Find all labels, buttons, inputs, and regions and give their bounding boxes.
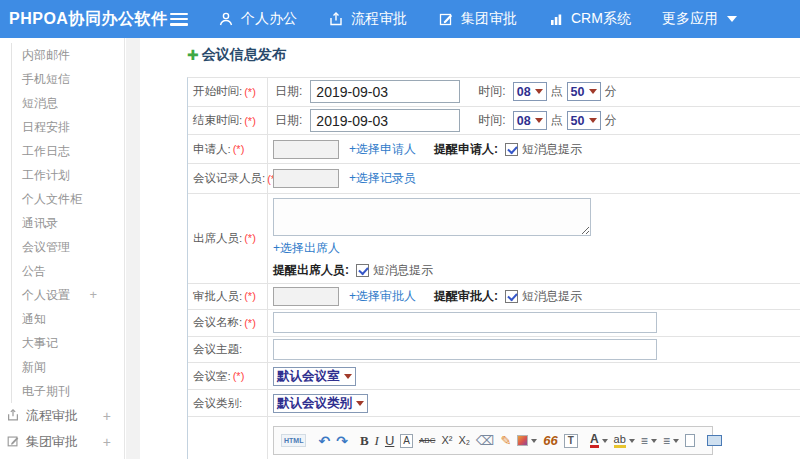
select-arrow-icon xyxy=(589,118,597,123)
color-picker-icon[interactable] xyxy=(517,435,537,446)
start-date-input[interactable] xyxy=(310,80,460,103)
choose-recorder-link[interactable]: +选择记录员 xyxy=(349,170,416,187)
sidebar-item-personal-files[interactable]: 个人文件柜 xyxy=(12,187,124,211)
highlight-color-icon[interactable]: ab xyxy=(614,434,635,448)
end-minute-select[interactable]: 50 xyxy=(567,111,601,130)
end-date-input[interactable] xyxy=(310,109,460,132)
label-text: 结束时间: xyxy=(193,113,242,128)
expand-plus-icon[interactable]: + xyxy=(103,408,111,424)
redo-icon[interactable]: ↷ xyxy=(336,434,348,448)
nav-item-group-approval[interactable]: 集团审批 xyxy=(438,10,517,28)
strikethrough-icon[interactable]: ABC xyxy=(419,437,435,445)
ordered-list-icon[interactable]: ≡ xyxy=(641,435,657,447)
recorder-input[interactable] xyxy=(273,169,339,188)
time-label: 时间: xyxy=(478,112,505,129)
start-minute-select[interactable]: 50 xyxy=(567,82,601,101)
remind-applicant-label: 提醒申请人: xyxy=(434,141,498,158)
sidebar-item-mobile-sms[interactable]: 手机短信 xyxy=(12,67,124,91)
expand-plus-icon[interactable]: + xyxy=(89,283,97,307)
caret-down-icon xyxy=(629,439,635,443)
sidebar-item-short-message[interactable]: 短消息 xyxy=(12,91,124,115)
sidebar-item-schedule[interactable]: 日程安排 xyxy=(12,115,124,139)
format-brush-icon[interactable]: ✎ xyxy=(500,434,511,447)
sidebar-item-meeting-management[interactable]: 会议管理 xyxy=(12,235,124,259)
top-navigation-bar: PHPOA协同办公软件 个人办公 流程审批 集团审批 xyxy=(0,0,800,38)
sidebar-item-contacts[interactable]: 通讯录 xyxy=(12,211,124,235)
sidebar-group-crm-system[interactable]: CRM系统 + xyxy=(0,455,124,459)
sidebar-item-news[interactable]: 新闻 xyxy=(12,355,124,379)
sidebar-item-personal-settings[interactable]: 个人设置 + xyxy=(12,283,124,307)
meeting-room-select[interactable]: 默认会议室 xyxy=(273,367,356,386)
color-swatch xyxy=(517,435,528,446)
attendees-textarea[interactable] xyxy=(273,198,591,236)
nav-item-more-apps[interactable]: 更多应用 xyxy=(662,10,737,28)
sms-remind-checkbox[interactable] xyxy=(505,290,518,303)
minute-unit-label: 分 xyxy=(605,83,617,100)
form-row-meeting-category: 会议类别: 默认会议类别 xyxy=(188,390,800,417)
form-row-applicant: 申请人: (*) +选择申请人 提醒申请人: 短消息提示 xyxy=(188,135,800,164)
editor-toolbar: HTML ↶ ↷ B I U A ABC X² X₂ ⌫ ✎ xyxy=(274,427,712,454)
start-hour-select[interactable]: 08 xyxy=(513,82,547,101)
required-marker: (*) xyxy=(244,115,256,127)
font-color-icon[interactable]: A xyxy=(590,433,608,448)
undo-icon[interactable]: ↶ xyxy=(318,434,330,448)
font-style-icon[interactable]: A xyxy=(400,434,413,448)
nav-label: 更多应用 xyxy=(662,10,718,28)
blockquote-icon[interactable]: 66 xyxy=(543,434,557,447)
required-marker: (*) xyxy=(244,86,256,98)
label-text: 审批人员: xyxy=(193,289,242,304)
remind-approver-label: 提醒审批人: xyxy=(434,288,498,305)
unordered-list-icon[interactable]: ≡ xyxy=(663,435,679,447)
sidebar-item-internal-mail[interactable]: 内部邮件 xyxy=(12,43,124,67)
select-arrow-icon xyxy=(589,89,597,94)
underline-icon[interactable]: U xyxy=(385,434,394,447)
select-value: 08 xyxy=(517,85,531,99)
field-label: 会议室: (*) xyxy=(188,363,268,389)
fullscreen-icon[interactable] xyxy=(707,435,722,446)
sidebar-group-workflow-approval[interactable]: 流程审批 + xyxy=(0,403,124,429)
app-logo: PHPOA协同办公软件 xyxy=(0,9,162,30)
sidebar-group-group-approval[interactable]: 集团审批 + xyxy=(0,429,124,455)
nav-label: 流程审批 xyxy=(351,10,407,28)
label-text: 出席人员: xyxy=(193,231,242,246)
sidebar-item-big-events[interactable]: 大事记 xyxy=(12,331,124,355)
workflow-icon xyxy=(6,408,26,425)
superscript-icon[interactable]: X² xyxy=(441,435,452,446)
nav-item-workflow-approval[interactable]: 流程审批 xyxy=(328,10,407,28)
subscript-icon[interactable]: X₂ xyxy=(458,435,470,446)
meeting-category-select[interactable]: 默认会议类别 xyxy=(273,394,368,413)
sms-remind-checkbox[interactable] xyxy=(356,264,369,277)
sidebar-item-work-plan[interactable]: 工作计划 xyxy=(12,163,124,187)
sidebar-item-announcement[interactable]: 公告 xyxy=(12,259,124,283)
bold-icon[interactable]: B xyxy=(360,434,369,447)
editor-html-source-button[interactable]: HTML xyxy=(281,434,306,447)
hour-unit-label: 点 xyxy=(551,112,563,129)
meeting-subject-input[interactable] xyxy=(273,339,657,360)
choose-attendees-link[interactable]: +选择出席人 xyxy=(273,240,340,257)
expand-plus-icon[interactable]: + xyxy=(103,434,111,450)
applicant-input[interactable] xyxy=(273,140,339,159)
select-arrow-icon xyxy=(344,374,352,379)
nav-item-personal-office[interactable]: 个人办公 xyxy=(218,10,297,28)
choose-approver-link[interactable]: +选择审批人 xyxy=(349,288,416,305)
italic-icon[interactable]: I xyxy=(375,434,379,447)
paste-as-text-icon[interactable]: T xyxy=(564,434,578,448)
sidebar-item-e-journal[interactable]: 电子期刊 xyxy=(12,379,124,403)
required-marker: (*) xyxy=(244,290,256,302)
sidebar-item-notice[interactable]: 通知 xyxy=(12,307,124,331)
end-hour-select[interactable]: 08 xyxy=(513,111,547,130)
sms-remind-checkbox[interactable] xyxy=(505,143,518,156)
hamburger-menu-icon[interactable] xyxy=(170,13,188,26)
choose-applicant-link[interactable]: +选择申请人 xyxy=(349,141,416,158)
sidebar-item-work-log[interactable]: 工作日志 xyxy=(12,139,124,163)
sidebar-content-gutter xyxy=(126,38,140,459)
eraser-icon[interactable]: ⌫ xyxy=(476,434,494,447)
approver-input[interactable] xyxy=(273,287,339,306)
remind-attendees-label: 提醒出席人员: xyxy=(273,262,349,279)
new-page-icon[interactable] xyxy=(685,434,695,447)
nav-item-crm-system[interactable]: CRM系统 xyxy=(548,10,631,28)
meeting-name-input[interactable] xyxy=(273,312,657,333)
field-label: 会议类别: xyxy=(188,390,268,416)
select-value: 50 xyxy=(571,114,585,128)
select-arrow-icon xyxy=(535,89,543,94)
